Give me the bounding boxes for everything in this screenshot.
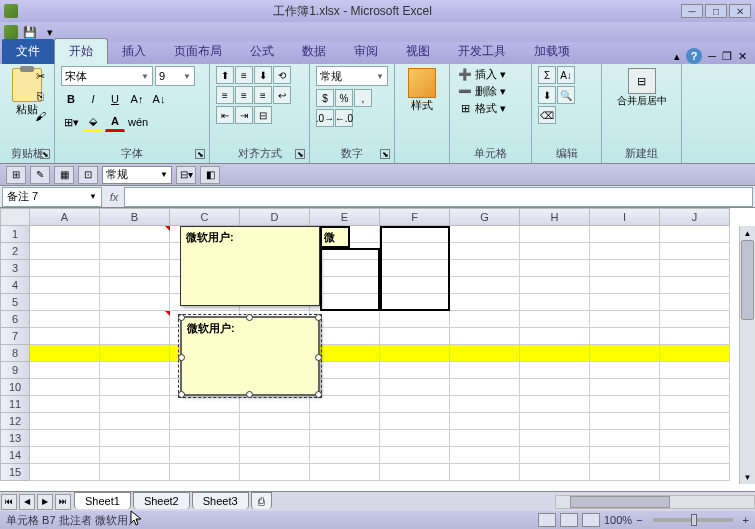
resize-handle[interactable] [178, 354, 185, 361]
border-button[interactable]: ⊞▾ [61, 112, 81, 132]
orientation-button[interactable]: ⟲ [273, 66, 291, 84]
sb-button-4[interactable]: ⊡ [78, 166, 98, 184]
minimize-ribbon-icon[interactable]: ▴ [674, 50, 680, 63]
underline-button[interactable]: U [105, 89, 125, 109]
format-painter-icon[interactable]: 🖌 [32, 108, 48, 124]
sheet-tab[interactable]: Sheet3 [192, 492, 249, 509]
qat-save-icon[interactable]: 💾 [22, 24, 38, 40]
resize-handle[interactable] [178, 314, 185, 321]
tab-view[interactable]: 视图 [392, 39, 444, 64]
vertical-scrollbar[interactable]: ▲ ▼ [739, 226, 755, 484]
sb-button-2[interactable]: ✎ [30, 166, 50, 184]
currency-button[interactable]: $ [316, 89, 334, 107]
font-size-combo[interactable]: 9▼ [155, 66, 195, 86]
sheet-nav-first-icon[interactable]: ⏮ [1, 494, 17, 510]
horizontal-scrollbar[interactable] [555, 495, 755, 509]
resize-handle[interactable] [246, 314, 253, 321]
align-center-button[interactable]: ≡ [235, 86, 253, 104]
merge-center-button[interactable]: ⊟ 合并后居中 [608, 66, 675, 108]
resize-handle[interactable] [315, 391, 322, 398]
format-cells-button[interactable]: ⊞格式 ▾ [456, 100, 525, 117]
number-dialog-icon[interactable]: ⬊ [380, 149, 390, 159]
comment-box[interactable]: 微软用户: [180, 226, 320, 306]
align-dialog-icon[interactable]: ⬊ [295, 149, 305, 159]
sb-button-5[interactable]: ⊟▾ [176, 166, 196, 184]
font-dialog-icon[interactable]: ⬊ [195, 149, 205, 159]
tab-layout[interactable]: 页面布局 [160, 39, 236, 64]
percent-button[interactable]: % [335, 89, 353, 107]
sort-button[interactable]: A↓ [557, 66, 575, 84]
clear-button[interactable]: ⌫ [538, 106, 556, 124]
resize-handle[interactable] [315, 354, 322, 361]
copy-icon[interactable]: ⎘ [32, 88, 48, 104]
align-middle-button[interactable]: ≡ [235, 66, 253, 84]
row-header[interactable]: 8 [0, 345, 30, 362]
delete-cells-button[interactable]: ➖删除 ▾ [456, 83, 525, 100]
row-header[interactable]: 2 [0, 243, 30, 260]
font-name-combo[interactable]: 宋体▼ [61, 66, 153, 86]
zoom-thumb[interactable] [691, 514, 697, 526]
decrease-decimal-button[interactable]: ←.0 [335, 109, 353, 127]
increase-indent-button[interactable]: ⇥ [235, 106, 253, 124]
maximize-button[interactable]: □ [705, 4, 727, 18]
row-header[interactable]: 13 [0, 430, 30, 447]
row-header[interactable]: 14 [0, 447, 30, 464]
increase-decimal-button[interactable]: .0→ [316, 109, 334, 127]
tab-insert[interactable]: 插入 [108, 39, 160, 64]
help-icon[interactable]: ? [686, 48, 702, 64]
col-header[interactable]: G [450, 208, 520, 226]
row-header[interactable]: 1 [0, 226, 30, 243]
sb-button-6[interactable]: ◧ [200, 166, 220, 184]
row-header[interactable]: 6 [0, 311, 30, 328]
app-menu-icon[interactable] [4, 25, 18, 39]
wrap-text-button[interactable]: ↩ [273, 86, 291, 104]
resize-handle[interactable] [246, 391, 253, 398]
row-header[interactable]: 5 [0, 294, 30, 311]
sheet-tab[interactable]: Sheet2 [133, 492, 190, 509]
number-format-combo[interactable]: 常规▼ [316, 66, 388, 86]
tab-data[interactable]: 数据 [288, 39, 340, 64]
row-header[interactable]: 12 [0, 413, 30, 430]
zoom-out-button[interactable]: − [636, 514, 642, 526]
zoom-level[interactable]: 100% [604, 514, 632, 526]
scroll-thumb[interactable] [741, 240, 754, 320]
italic-button[interactable]: I [83, 89, 103, 109]
scroll-thumb[interactable] [570, 496, 670, 508]
fill-button[interactable]: ⬇ [538, 86, 556, 104]
align-top-button[interactable]: ⬆ [216, 66, 234, 84]
col-header[interactable]: C [170, 208, 240, 226]
row-header[interactable]: 15 [0, 464, 30, 481]
align-bottom-button[interactable]: ⬇ [254, 66, 272, 84]
cell-grid[interactable]: 微软用户: 微 微软用户: [30, 226, 739, 484]
insert-cells-button[interactable]: ➕插入 ▾ [456, 66, 525, 83]
col-header[interactable]: F [380, 208, 450, 226]
comma-button[interactable]: , [354, 89, 372, 107]
align-left-button[interactable]: ≡ [216, 86, 234, 104]
align-right-button[interactable]: ≡ [254, 86, 272, 104]
sheet-nav-next-icon[interactable]: ▶ [37, 494, 53, 510]
merge-button[interactable]: ⊟ [254, 106, 272, 124]
find-button[interactable]: 🔍 [557, 86, 575, 104]
resize-handle[interactable] [178, 391, 185, 398]
tab-addin[interactable]: 加载项 [520, 39, 584, 64]
row-header[interactable]: 4 [0, 277, 30, 294]
view-break-button[interactable] [582, 513, 600, 527]
tab-file[interactable]: 文件 [2, 39, 54, 64]
col-header[interactable]: J [660, 208, 730, 226]
comment-box[interactable]: 微 [320, 226, 350, 248]
phonetic-button[interactable]: wén [127, 112, 149, 132]
row-header[interactable]: 11 [0, 396, 30, 413]
col-header[interactable]: B [100, 208, 170, 226]
clipboard-dialog-icon[interactable]: ⬊ [40, 149, 50, 159]
col-header[interactable]: E [310, 208, 380, 226]
tab-formula[interactable]: 公式 [236, 39, 288, 64]
col-header[interactable]: A [30, 208, 100, 226]
fx-button[interactable]: fx [104, 187, 124, 207]
cut-icon[interactable]: ✂ [32, 68, 48, 84]
col-header[interactable]: D [240, 208, 310, 226]
styles-button[interactable]: 样式 [401, 66, 443, 113]
view-layout-button[interactable] [560, 513, 578, 527]
zoom-slider[interactable] [653, 518, 733, 522]
sb-button-3[interactable]: ▦ [54, 166, 74, 184]
row-header[interactable]: 7 [0, 328, 30, 345]
